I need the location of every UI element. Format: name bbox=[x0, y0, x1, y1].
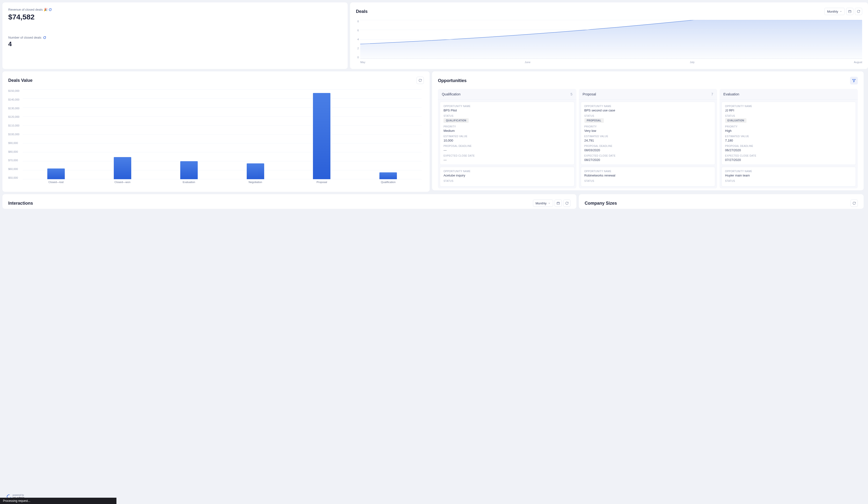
refresh-button[interactable] bbox=[563, 200, 571, 207]
closed-count-value: 4 bbox=[8, 40, 342, 48]
period-label: Monthly bbox=[536, 202, 547, 205]
estimated-value: 10,000 bbox=[443, 139, 571, 142]
ytick: $100,000 bbox=[8, 133, 20, 136]
opportunity-card[interactable]: OPPORTUNITY NAMEHuyler main teamSTATUS bbox=[722, 167, 856, 187]
company-sizes-card: Company Sizes bbox=[579, 194, 864, 209]
field-label: PROPOSAL DEADLINE bbox=[585, 145, 712, 147]
company-sizes-title: Company Sizes bbox=[585, 201, 617, 206]
xtick: May bbox=[360, 61, 365, 64]
bar bbox=[47, 169, 65, 179]
field-label: OPPORTUNITY NAME bbox=[585, 105, 712, 108]
xtick: Closed—lost bbox=[23, 181, 89, 187]
field-label: EXPECTED CLOSE DATE bbox=[443, 154, 571, 157]
xtick: Closed—won bbox=[89, 181, 156, 187]
refresh-icon bbox=[565, 202, 569, 205]
ytick: $150,000 bbox=[8, 89, 20, 92]
field-label: STATUS bbox=[443, 180, 571, 182]
interactions-card: Interactions Monthly bbox=[2, 194, 576, 209]
column-name: Proposal bbox=[583, 92, 596, 96]
interactions-title: Interactions bbox=[8, 201, 33, 206]
revenue-label: Revenue of closed deals 🎉 bbox=[8, 8, 342, 11]
opportunity-name: Huyler main team bbox=[725, 174, 852, 177]
deals-value-title: Deals Value bbox=[8, 78, 32, 83]
xtick: Negotiation bbox=[222, 181, 289, 187]
refresh-button[interactable] bbox=[855, 8, 862, 15]
period-dropdown[interactable]: Monthly bbox=[824, 8, 845, 15]
calendar-button[interactable] bbox=[555, 200, 562, 207]
estimated-value: 24,791 bbox=[585, 139, 712, 142]
opportunity-name: Robinetworks renewal bbox=[585, 174, 712, 177]
calendar-icon bbox=[557, 202, 560, 205]
field-label: PRIORITY bbox=[585, 125, 712, 128]
opportunities-title: Opportunities bbox=[438, 78, 466, 83]
status-badge: PROPOSAL bbox=[585, 118, 604, 123]
refresh-icon[interactable] bbox=[49, 8, 52, 11]
opportunity-name: BPS Pilot bbox=[443, 109, 571, 112]
opportunities-card: Opportunities Qualification5OPPORTUNITY … bbox=[432, 71, 864, 190]
close-date-value: 07/27/2020 bbox=[725, 158, 852, 162]
calendar-button[interactable] bbox=[846, 8, 854, 15]
ytick: $90,000 bbox=[8, 142, 20, 144]
column-count: 5 bbox=[571, 92, 572, 96]
ytick: $50,000 bbox=[8, 176, 20, 179]
column-name: Evaluation bbox=[723, 92, 739, 96]
priority-value: High bbox=[725, 129, 852, 133]
kanban-column: Qualification5OPPORTUNITY NAMEBPS PilotS… bbox=[438, 89, 576, 188]
kanban-column-header: Proposal7 bbox=[579, 89, 717, 100]
opportunity-card[interactable]: OPPORTUNITY NAMEBPS PilotSTATUSQUALIFICA… bbox=[440, 102, 574, 165]
period-label: Monthly bbox=[827, 10, 838, 13]
bar bbox=[247, 163, 264, 179]
revenue-card: Revenue of closed deals 🎉 $74,582 Number… bbox=[2, 2, 348, 69]
priority-value: Very low bbox=[585, 129, 712, 133]
deals-chart-card: Deals Monthly 8 6 4 2 0 bbox=[350, 2, 868, 69]
chevron-down-icon bbox=[840, 10, 842, 13]
kanban-column-header: Evaluation bbox=[720, 89, 858, 100]
field-label: ESTIMATED VALUE bbox=[443, 135, 571, 138]
opportunity-card[interactable]: OPPORTUNITY NAMEAcetube inquirySTATUS bbox=[440, 167, 574, 187]
xtick: July bbox=[690, 61, 694, 64]
refresh-icon bbox=[418, 79, 422, 82]
xtick: Evaluation bbox=[156, 181, 222, 187]
kanban-column: Proposal7OPPORTUNITY NAMEBPS second use … bbox=[579, 89, 717, 188]
xtick: Proposal bbox=[289, 181, 355, 187]
refresh-icon[interactable] bbox=[43, 36, 46, 39]
field-label: ESTIMATED VALUE bbox=[585, 135, 712, 138]
opportunity-card[interactable]: OPPORTUNITY NAMERobinetworks renewalSTAT… bbox=[581, 167, 715, 187]
field-label: OPPORTUNITY NAME bbox=[443, 170, 571, 173]
field-label: OPPORTUNITY NAME bbox=[725, 105, 852, 108]
field-label: EXPECTED CLOSE DATE bbox=[585, 154, 712, 157]
deadline-value: 06/27/2020 bbox=[725, 148, 852, 152]
opportunity-name: BPS second use case bbox=[585, 109, 712, 112]
calendar-icon bbox=[848, 10, 851, 13]
xtick: Qualification bbox=[355, 181, 421, 187]
opportunity-card[interactable]: OPPORTUNITY NAMEJJ RFISTATUSEVALUATIONPR… bbox=[722, 102, 856, 165]
field-label: PROPOSAL DEADLINE bbox=[443, 145, 571, 147]
ytick: 8 bbox=[356, 20, 359, 23]
closed-count-label: Number of closed deals bbox=[8, 36, 342, 39]
refresh-button[interactable] bbox=[416, 77, 424, 84]
opportunity-name: Acetube inquiry bbox=[443, 174, 571, 177]
ytick: $120,000 bbox=[8, 115, 20, 118]
deals-value-bar-chart: $150,000$140,000$130,000$120,000$110,000… bbox=[8, 89, 424, 187]
opportunity-card[interactable]: OPPORTUNITY NAMEBPS second use caseSTATU… bbox=[581, 102, 715, 165]
closed-count-label-text: Number of closed deals bbox=[8, 36, 41, 39]
party-emoji: 🎉 bbox=[44, 8, 48, 11]
field-label: PROPOSAL DEADLINE bbox=[725, 145, 852, 147]
filter-button[interactable] bbox=[850, 77, 858, 84]
column-name: Qualification bbox=[442, 92, 461, 96]
xtick: August bbox=[854, 61, 862, 64]
field-label: OPPORTUNITY NAME bbox=[585, 170, 712, 173]
ytick: $140,000 bbox=[8, 98, 20, 101]
field-label: STATUS bbox=[725, 180, 852, 182]
filter-icon bbox=[852, 79, 856, 82]
kanban-column: EvaluationOPPORTUNITY NAMEJJ RFISTATUSEV… bbox=[720, 89, 858, 188]
ytick: $70,000 bbox=[8, 159, 20, 162]
xtick: June bbox=[525, 61, 530, 64]
field-label: STATUS bbox=[585, 180, 712, 182]
deadline-value: --- bbox=[443, 148, 571, 152]
period-dropdown[interactable]: Monthly bbox=[533, 200, 554, 207]
close-date-value: --- bbox=[443, 158, 571, 162]
bar bbox=[380, 172, 397, 179]
deadline-value: 08/03/2020 bbox=[585, 148, 712, 152]
refresh-button[interactable] bbox=[850, 200, 858, 207]
